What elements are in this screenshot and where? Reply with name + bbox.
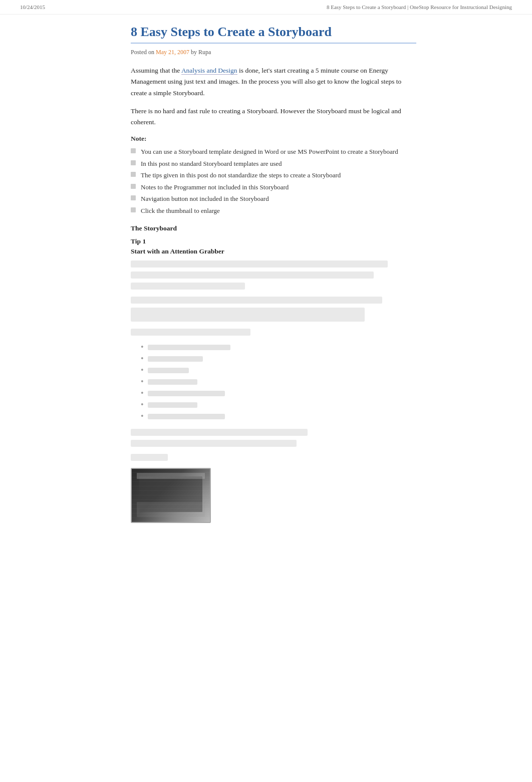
thumbnail-container <box>131 468 416 523</box>
note-item-4: Notes to the Programmer not included in … <box>131 182 416 192</box>
blurred-line-2 <box>131 272 374 279</box>
blurred-list-item-4 <box>141 377 416 386</box>
blurred-line-1 <box>131 260 388 268</box>
bottom-padding <box>131 523 416 673</box>
note-item-3: The tips given in this post do not stand… <box>131 170 416 180</box>
blurred-section-4 <box>131 429 416 447</box>
date-stamp: 10/24/2015 <box>20 4 45 10</box>
post-meta: Posted on May 21, 2007 by Rupa <box>131 49 416 56</box>
blurred-line-3 <box>131 283 245 290</box>
slide-thumbnail[interactable] <box>131 468 211 523</box>
blurred-line-7 <box>131 429 308 436</box>
article-title: 8 Easy Steps to Create a Storyboard <box>131 25 416 44</box>
blurred-list-item-7 <box>141 412 416 421</box>
note-label: Note: <box>131 135 416 143</box>
blurred-section-1 <box>131 260 416 290</box>
note-list: You can use a Storyboard template design… <box>131 147 416 215</box>
blurred-line-5 <box>131 308 365 322</box>
blurred-list-item-1 <box>141 343 416 352</box>
intro-text-1: Assuming that the <box>131 67 181 74</box>
top-bar: 10/24/2015 8 Easy Steps to Create a Stor… <box>0 0 532 15</box>
blurred-section-5 <box>131 454 416 461</box>
note-item-1: You can use a Storyboard template design… <box>131 147 416 157</box>
analysis-design-link[interactable]: Analysis and Design <box>181 67 237 75</box>
note-item-6: Click the thumbnail to enlarge <box>131 206 416 216</box>
blurred-line-6 <box>131 329 250 336</box>
note-item-5: Navigation button not included in the St… <box>131 194 416 204</box>
storyboard-label: The Storyboard <box>131 224 416 232</box>
blurred-list-item-6 <box>141 400 416 409</box>
content-area: 8 Easy Steps to Create a Storyboard Post… <box>111 15 421 693</box>
blurred-section-3 <box>131 329 416 336</box>
attention-grabber: Start with an Attention Grabber <box>131 247 416 255</box>
blurred-line-8 <box>131 440 297 447</box>
blurred-list <box>141 343 416 421</box>
para2: There is no hard and fast rule to creati… <box>131 106 416 128</box>
blurred-line-4 <box>131 297 382 304</box>
post-date-link[interactable]: May 21, 2007 <box>156 49 189 56</box>
tip1-label: Tip 1 <box>131 237 416 245</box>
note-item-2: In this post no standard Storyboard temp… <box>131 159 416 169</box>
blurred-line-9 <box>131 454 168 461</box>
blurred-list-item-2 <box>141 354 416 363</box>
intro-paragraph: Assuming that the Analysis and Design is… <box>131 65 416 99</box>
blurred-list-item-5 <box>141 389 416 398</box>
by-label: by <box>191 49 197 56</box>
posted-on-label: Posted on <box>131 49 154 56</box>
blurred-list-item-3 <box>141 366 416 375</box>
page-title-bar: 8 Easy Steps to Create a Storyboard | On… <box>327 4 512 10</box>
blurred-section-2 <box>131 297 416 322</box>
author-name: Rupa <box>198 49 211 56</box>
